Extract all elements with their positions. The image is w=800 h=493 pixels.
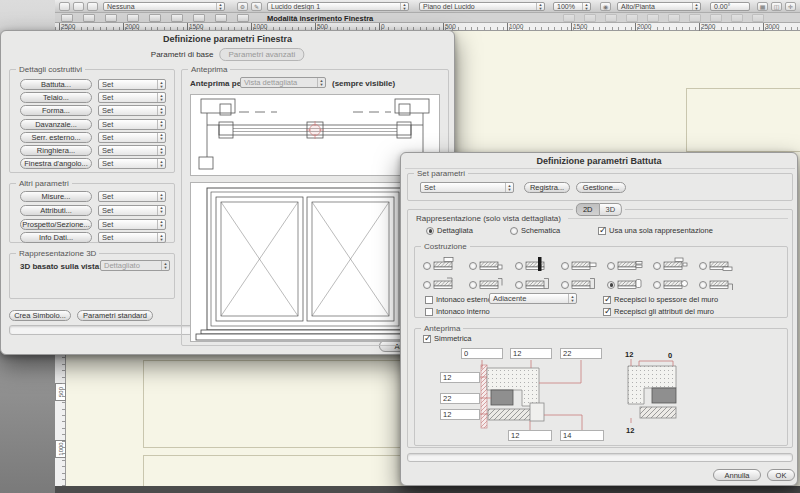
construction-option-2[interactable] [469, 257, 505, 274]
dim-top-2-input[interactable] [510, 348, 552, 359]
construction-option-12[interactable] [607, 276, 643, 293]
schematica-radio[interactable]: Schematica [510, 226, 560, 235]
ok-button[interactable]: OK [767, 469, 795, 481]
tool-button[interactable] [61, 14, 73, 22]
ringhiera-button[interactable]: Ringhiera... [20, 145, 92, 156]
tool-button[interactable] [193, 14, 205, 22]
construction-option-11[interactable] [561, 276, 597, 293]
dim-top-3-input[interactable] [560, 348, 602, 359]
info-dati-button[interactable]: Info Dati... [20, 232, 92, 243]
tool-button[interactable] [647, 14, 659, 22]
forma-button[interactable]: Forma... [20, 105, 92, 116]
tool-button[interactable] [105, 14, 117, 22]
parametri-standard-button[interactable]: Parametri standard [77, 310, 153, 321]
finestra-angolo-button[interactable]: Finestra d'angolo... [20, 158, 92, 169]
adiacente-dropdown[interactable]: Adiacente [489, 293, 577, 304]
dim-left-3-input[interactable] [440, 409, 480, 420]
tab-parametri-avanzati[interactable]: Parametri avanzati [220, 48, 305, 61]
registra-button[interactable]: Registra... [524, 182, 570, 193]
tool-button[interactable] [149, 14, 161, 22]
info-dati-set-dropdown[interactable]: Set [98, 232, 166, 243]
recepisci-spessore-checkbox[interactable]: Recepisci lo spessore del muro [603, 295, 718, 304]
tool-button[interactable] [73, 2, 84, 11]
recepisci-attributi-checkbox[interactable]: Recepisci gli attributi del muro [603, 307, 714, 316]
tool-button[interactable] [59, 2, 70, 11]
construction-option-7[interactable] [699, 257, 735, 274]
tool-button[interactable] [87, 2, 98, 11]
battuta-set-dropdown[interactable]: Set [98, 79, 166, 90]
finestra-angolo-set-dropdown[interactable]: Set [98, 158, 166, 169]
anteprima-per-dropdown[interactable]: Vista dettagliata [240, 77, 326, 88]
tab-2d[interactable]: 2D [576, 203, 600, 216]
dim-left-2-input[interactable] [440, 393, 480, 404]
dim-bottom-2-input[interactable] [560, 430, 604, 441]
tool-button[interactable] [215, 14, 227, 22]
tool-button[interactable] [731, 14, 743, 22]
davanzale-set-dropdown[interactable]: Set [98, 119, 166, 130]
pen-icon[interactable]: ✎ [251, 2, 262, 11]
intonaco-interno-checkbox[interactable]: Intonaco interno [425, 307, 490, 316]
tool-button[interactable] [689, 14, 701, 22]
grid-icon[interactable]: ▦ [757, 2, 768, 11]
vista-dropdown[interactable]: Dettagliato [100, 260, 170, 271]
tool-button[interactable] [668, 14, 680, 22]
attributi-button[interactable]: Attributi... [20, 205, 92, 216]
tool-button[interactable] [127, 14, 139, 22]
tool-button[interactable] [237, 14, 249, 22]
layer-dropdown[interactable]: Lucido design 1 [267, 2, 409, 11]
angle-field[interactable]: 0.00° [710, 2, 750, 11]
construction-option-6[interactable] [653, 257, 689, 274]
simmetrica-checkbox[interactable]: Simmetrica [423, 334, 472, 343]
intonaco-esterno-checkbox[interactable]: Intonaco esterno [425, 295, 492, 304]
eye-icon[interactable]: ◉ [600, 2, 611, 11]
davanzale-button[interactable]: Davanzale... [20, 119, 92, 130]
misure-button[interactable]: Misure... [20, 191, 92, 202]
serr-esterno-button[interactable]: Serr. esterno... [20, 132, 92, 143]
forma-set-dropdown[interactable]: Set [98, 105, 166, 116]
construction-option-10[interactable] [515, 276, 551, 293]
tool-button[interactable] [605, 14, 617, 22]
dim-left-1-input[interactable] [440, 372, 480, 383]
prospetto-sezione-button[interactable]: Prospetto/Sezione... [20, 219, 92, 230]
crea-simbolo-button[interactable]: Crea Simbolo... [9, 310, 71, 321]
annulla-button[interactable]: Annulla [713, 469, 761, 481]
telaio-set-dropdown[interactable]: Set [98, 92, 166, 103]
tool-button[interactable] [710, 14, 722, 22]
zoom-dropdown[interactable]: 100% [553, 2, 591, 11]
tab-parametri-di-base[interactable]: Parametri di base [151, 50, 214, 59]
tab-3d[interactable]: 3D [600, 203, 623, 216]
tool-button[interactable] [626, 14, 638, 22]
construction-option-4[interactable] [561, 257, 597, 274]
construction-option-1[interactable] [423, 257, 459, 274]
magnet-icon[interactable]: ◫ [771, 2, 782, 11]
construction-option-8[interactable] [423, 276, 459, 293]
favorites-dropdown[interactable]: Nessuna [103, 2, 225, 11]
tool-button[interactable] [171, 14, 183, 22]
tool-button[interactable] [83, 14, 95, 22]
prospetto-sezione-set-dropdown[interactable]: Set [98, 219, 166, 230]
gear-icon[interactable]: ⚙ [237, 2, 248, 11]
construction-option-9[interactable] [469, 276, 505, 293]
dim-top-1-input[interactable] [461, 348, 503, 359]
tool-button[interactable] [563, 14, 575, 22]
dettagliata-radio[interactable]: Dettagliata [426, 226, 473, 235]
construction-option-14[interactable] [699, 276, 735, 293]
construction-option-3[interactable] [515, 257, 551, 274]
set-dropdown[interactable]: Set [420, 182, 514, 193]
serr-esterno-set-dropdown[interactable]: Set [98, 132, 166, 143]
construction-option-5[interactable] [607, 257, 643, 274]
compass-icon[interactable]: ✛ [785, 2, 796, 11]
battuta-button[interactable]: Battuta... [20, 79, 92, 90]
usa-una-sola-checkbox[interactable]: Usa una sola rappresentazione [598, 226, 713, 235]
tool-button[interactable] [584, 14, 596, 22]
gestione-button[interactable]: Gestione... [576, 182, 626, 193]
telaio-button[interactable]: Telaio... [20, 92, 92, 103]
attributi-set-dropdown[interactable]: Set [98, 205, 166, 216]
view-dropdown[interactable]: Alto/Pianta [617, 2, 701, 11]
story-dropdown[interactable]: Piano del Lucido [419, 2, 545, 11]
misure-set-dropdown[interactable]: Set [98, 191, 166, 202]
tool-button[interactable] [752, 14, 764, 22]
construction-option-13[interactable] [653, 276, 689, 293]
ringhiera-set-dropdown[interactable]: Set [98, 145, 166, 156]
dim-bottom-1-input[interactable] [508, 430, 552, 441]
